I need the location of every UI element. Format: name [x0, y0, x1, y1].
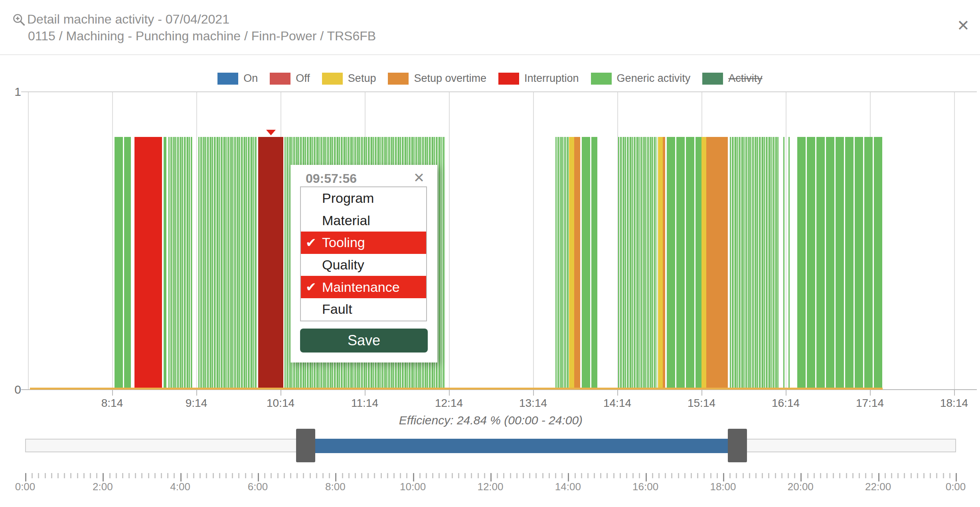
x-axis-label: 16:14 [762, 397, 810, 410]
ruler-tick-minor [458, 473, 459, 478]
ruler-tick-minor [826, 473, 828, 478]
cause-option-label: Maintenance [322, 279, 400, 295]
ruler-tick-minor [865, 473, 866, 478]
ruler-tick-minor [620, 473, 621, 478]
ruler-tick-minor [439, 473, 440, 478]
ruler-tick-minor [814, 473, 815, 478]
ruler-tick-minor [820, 473, 821, 478]
ruler-tick-minor [232, 473, 233, 478]
legend-swatch [498, 73, 519, 85]
ruler-tick-minor [549, 473, 550, 478]
legend-item-setup[interactable]: Setup [322, 72, 376, 85]
x-axis-tick [533, 390, 534, 396]
save-button[interactable]: Save [300, 329, 428, 353]
legend-item-setup-overtime[interactable]: Setup overtime [388, 72, 486, 85]
activity-segment-generic[interactable] [168, 137, 192, 389]
activity-segment-generic[interactable] [788, 137, 790, 389]
ruler-tick-minor [322, 473, 324, 478]
activity-segment-interruption_selected[interactable] [258, 137, 283, 389]
ruler-label: 12:00 [470, 481, 510, 493]
gridline-value-1 [21, 91, 977, 92]
ruler-tick-minor [736, 473, 737, 478]
legend-item-off[interactable]: Off [270, 72, 310, 85]
ruler-tick-major [568, 473, 569, 481]
ruler-tick-minor [193, 473, 194, 478]
popup-close-icon[interactable]: ✕ [410, 170, 428, 186]
ruler-tick-minor [665, 473, 666, 478]
ruler-tick-minor [393, 473, 395, 478]
x-axis-tick [701, 390, 702, 396]
ruler-label: 18:00 [703, 481, 743, 493]
legend-item-generic-activity[interactable]: Generic activity [591, 72, 691, 85]
ruler-tick-minor [51, 473, 52, 478]
activity-segment-generic[interactable] [115, 137, 131, 389]
setup-baseline-strip [30, 388, 883, 390]
ruler-tick-minor [471, 473, 472, 478]
legend-item-on[interactable]: On [217, 72, 258, 85]
cause-option-quality[interactable]: Quality [301, 254, 426, 276]
ruler-tick-minor [361, 473, 362, 478]
activity-segment-generic[interactable] [164, 137, 166, 389]
cause-option-material[interactable]: Material [301, 210, 426, 232]
legend-item-interruption[interactable]: Interruption [498, 72, 579, 85]
ruler-tick-minor [904, 473, 905, 478]
ruler-tick-minor [762, 473, 763, 478]
ruler-tick-minor [238, 473, 239, 478]
activity-segment-setup_overtime[interactable] [574, 137, 580, 389]
cause-option-tooling[interactable]: ✔Tooling [301, 232, 426, 254]
activity-segment-generic[interactable] [783, 137, 784, 389]
ruler-tick-minor [432, 473, 433, 478]
ruler-tick-minor [729, 473, 731, 478]
legend-label: Generic activity [617, 72, 691, 85]
x-axis-label: 18:14 [930, 397, 978, 410]
x-axis-label: 11:14 [341, 397, 389, 410]
ruler-tick-minor [57, 473, 59, 478]
ruler-tick-minor [161, 473, 162, 478]
ruler-tick-minor [245, 473, 246, 478]
activity-segment-setup[interactable] [701, 137, 706, 389]
ruler-tick-minor [310, 473, 311, 478]
ruler-tick-minor [303, 473, 304, 478]
slider-handle-left[interactable] [296, 429, 315, 462]
legend-item-activity[interactable]: Activity [702, 72, 763, 85]
ruler-tick-minor [743, 473, 744, 478]
activity-segment-interruption[interactable] [134, 137, 162, 389]
ruler-label: 0:00 [5, 481, 45, 493]
ruler-tick-minor [542, 473, 543, 478]
slider-handle-right[interactable] [728, 429, 747, 462]
activity-segment-generic[interactable] [555, 137, 569, 389]
ruler-tick-minor [781, 473, 782, 478]
activity-segment-generic[interactable] [730, 137, 779, 389]
ruler-tick-minor [587, 473, 589, 478]
activity-segment-generic[interactable] [198, 137, 257, 389]
activity-segment-setup[interactable] [569, 137, 574, 389]
ruler-tick-minor [135, 473, 136, 478]
ruler-tick-minor [374, 473, 375, 478]
legend-label: Setup [348, 72, 376, 85]
activity-segment-generic[interactable] [667, 137, 701, 389]
ruler-tick-minor [38, 473, 39, 478]
cause-option-fault[interactable]: Fault [301, 298, 426, 321]
activity-segment-generic[interactable] [582, 137, 597, 389]
ruler-tick-minor [755, 473, 757, 478]
activity-segment-generic[interactable] [618, 137, 657, 389]
time-slider-selected-range[interactable] [315, 439, 728, 453]
cause-option-program[interactable]: Program [301, 187, 426, 210]
window-close-icon[interactable]: ✕ [954, 17, 972, 34]
ruler-tick-minor [32, 473, 33, 478]
activity-segment-setup_overtime[interactable] [706, 137, 728, 389]
chart-legend: OnOffSetupSetup overtimeInterruptionGene… [0, 72, 980, 85]
ruler-tick-major [723, 473, 724, 481]
ruler-tick-minor [128, 473, 130, 478]
ruler-tick-minor [535, 473, 537, 478]
cause-option-maintenance[interactable]: ✔Maintenance [301, 276, 426, 298]
ruler-tick-minor [277, 473, 279, 478]
activity-segment-generic[interactable] [797, 137, 883, 389]
ruler-tick-minor [678, 473, 679, 478]
ruler-tick-minor [122, 473, 123, 478]
ruler-tick-minor [561, 473, 563, 478]
activity-segment-setup_overtime[interactable] [663, 137, 665, 389]
gridline-vertical [449, 92, 450, 390]
ruler-tick-minor [626, 473, 627, 478]
activity-segment-setup[interactable] [658, 137, 663, 389]
